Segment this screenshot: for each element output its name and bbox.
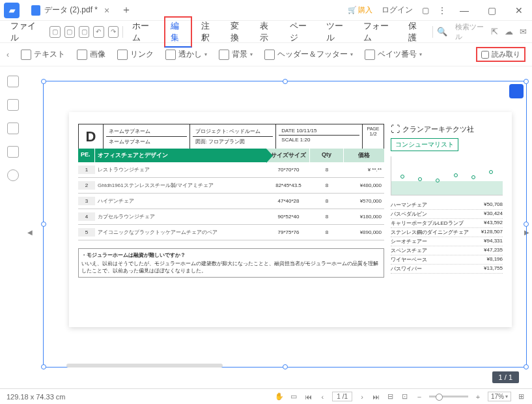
open-icon[interactable]: ▢ [49, 26, 60, 38]
price-list: ハーマンチェア¥50,708バスペダルビン¥30,424キャリーポータブルLED… [391, 201, 503, 274]
bates-icon [365, 50, 375, 60]
watermark-tool[interactable]: 透かし▾ [165, 49, 207, 60]
hand-tool-icon[interactable]: ✋ [275, 392, 284, 401]
table-header: PE. オフィスチェアとデザイン サイズサイズ Qty 価格 [78, 149, 384, 162]
resize-handle[interactable] [41, 79, 46, 84]
purchase-link[interactable]: 🛒購入 [348, 5, 372, 15]
attachments-icon[interactable] [7, 146, 19, 158]
view-mode-icon[interactable]: ⊞ [516, 392, 525, 401]
bates-tool[interactable]: ベイツ番号▾ [365, 49, 422, 60]
resize-handle[interactable] [524, 222, 529, 227]
readonly-checkbox[interactable] [481, 51, 489, 59]
link-icon [117, 50, 128, 60]
zoom-slider[interactable] [429, 396, 468, 397]
menu-convert[interactable]: 変換 [225, 18, 251, 46]
fit-width-icon[interactable]: ⊟ [386, 392, 395, 401]
menu-view[interactable]: 表示 [255, 18, 280, 46]
consumer-label: コンシューマリスト [391, 138, 458, 151]
prev-page-arrow[interactable]: ◀ [27, 227, 34, 237]
table-row: 3ハイデンチェア47*40*288¥570,000 [78, 194, 384, 209]
search-icon[interactable]: 🔍 [437, 27, 447, 36]
select-tool-icon[interactable]: ▭ [289, 392, 298, 401]
minimize-button[interactable]: — [455, 1, 473, 20]
image-icon [77, 50, 87, 60]
menu-edit[interactable]: 編集 [164, 16, 192, 48]
resize-handle[interactable] [283, 364, 288, 369]
doc-header: D ネームサブネーム ネームサブネーム プロジェクト: ベッドルーム 図面: フ… [78, 124, 384, 149]
back-icon[interactable]: ‹ [7, 50, 9, 59]
doc-logo: D [79, 124, 104, 149]
brand-name: ⛶クランアーキテクツ社 [391, 124, 503, 134]
architect-icon: ⛶ [391, 124, 400, 134]
send-icon[interactable]: ✉ [520, 27, 527, 36]
menu-annotate[interactable]: 注釈 [196, 18, 221, 46]
page-input[interactable]: 1 /1 [332, 392, 352, 401]
search-panel-icon[interactable] [7, 169, 19, 181]
dimensions-label: 129.18 x 74.33 cm [7, 393, 66, 401]
menu-home[interactable]: ホーム [127, 18, 160, 46]
menu-file[interactable]: ファイル [5, 18, 46, 46]
undo-icon[interactable]: ↶ [93, 26, 104, 38]
list-item: シーオチェアー¥94,331 [391, 237, 503, 246]
zoom-out-icon[interactable]: − [415, 392, 424, 401]
login-link[interactable]: ログイン [382, 5, 413, 16]
add-tab-button[interactable]: ＋ [121, 3, 132, 17]
table-row: 2Ghtdh1961ステンレススチール製/マイアミチェア82*45*43.58¥… [78, 178, 384, 194]
list-item: ハーマンチェア¥50,708 [391, 201, 503, 210]
resize-handle[interactable] [524, 79, 529, 84]
save-icon[interactable]: ▢ [64, 26, 75, 38]
file-icon [31, 5, 40, 16]
menu-tool[interactable]: ツール [321, 18, 354, 46]
list-item: スペンスチェア¥47,235 [391, 246, 503, 255]
list-item: バスペダルビン¥30,424 [391, 210, 503, 219]
resize-handle[interactable] [283, 79, 288, 84]
next-page-icon[interactable]: › [357, 392, 367, 401]
fit-page-icon[interactable]: ⊡ [400, 392, 410, 401]
document-canvas[interactable]: ◀ ▶ D ネームサブネーム ネームサブネーム [26, 66, 532, 388]
header-footer-icon [264, 50, 275, 60]
share-icon[interactable]: ⇱ [491, 27, 498, 36]
thumbnails-icon[interactable] [7, 76, 19, 87]
watermark-icon [165, 50, 176, 60]
resize-handle[interactable] [41, 364, 46, 369]
menu-protect[interactable]: 保護 [403, 18, 428, 46]
zoom-select[interactable]: 17%▾ [488, 392, 511, 401]
maximize-button[interactable]: ▢ [483, 1, 501, 20]
first-page-icon[interactable]: ⏮ [303, 392, 313, 401]
redo-icon[interactable]: ↷ [108, 26, 119, 38]
print-icon[interactable]: ▢ [79, 26, 89, 38]
image-tool[interactable]: 画像 [77, 49, 105, 60]
page-indicator: 1 / 1 [492, 371, 519, 383]
list-item: ワイヤーベース¥8,196 [391, 255, 503, 265]
prev-page-icon[interactable]: ‹ [318, 392, 327, 401]
background-tool[interactable]: 背景▾ [219, 49, 253, 60]
cloud-icon[interactable]: ☁ [505, 27, 513, 36]
status-bar: 129.18 x 74.33 cm ✋ ▭ ⏮ ‹ 1 /1 › ⏭ ⊟ ⊡ −… [0, 388, 532, 404]
close-tab-icon[interactable]: × [104, 5, 109, 16]
comments-icon[interactable] [7, 123, 19, 134]
doc-note: ・モジュラーホームは融資が難しいですか？ いいえ、以前はそうでしたが、モジュラー… [78, 248, 384, 278]
readonly-toggle[interactable]: 読み取り [476, 47, 525, 62]
table-row: 5アイコニックなブラックトッケアームチェアのペア79*75*768¥890,00… [78, 225, 384, 240]
more-icon[interactable]: ⋮ [438, 6, 446, 15]
resize-handle[interactable] [41, 222, 46, 227]
resize-handle[interactable] [524, 364, 529, 369]
search-label[interactable]: 検索ツール [455, 22, 487, 42]
header-footer-tool[interactable]: ヘッダー＆フッター▾ [264, 49, 353, 60]
zoom-in-icon[interactable]: + [473, 392, 483, 401]
menu-form[interactable]: フォーム [358, 18, 399, 46]
horizontal-scrollbar[interactable] [66, 364, 223, 368]
app-icon: ▰ [4, 3, 20, 18]
document-tab[interactable]: データ (2).pdf * × [25, 1, 116, 20]
close-window-button[interactable]: ✕ [510, 1, 528, 20]
text-tool[interactable]: テキスト [21, 49, 65, 60]
link-tool[interactable]: リンク [117, 49, 154, 60]
menu-page[interactable]: ページ [285, 18, 318, 46]
bookmarks-icon[interactable] [7, 99, 19, 111]
list-item: バスワイパー¥13,755 [391, 265, 503, 274]
table-row: 1レストラウンジチェア70*70*708¥ **.** [78, 162, 384, 178]
last-page-icon[interactable]: ⏭ [372, 392, 381, 401]
line-chart [391, 156, 503, 195]
floating-action-button[interactable] [509, 84, 524, 98]
notification-icon[interactable]: ▢ [422, 6, 429, 15]
